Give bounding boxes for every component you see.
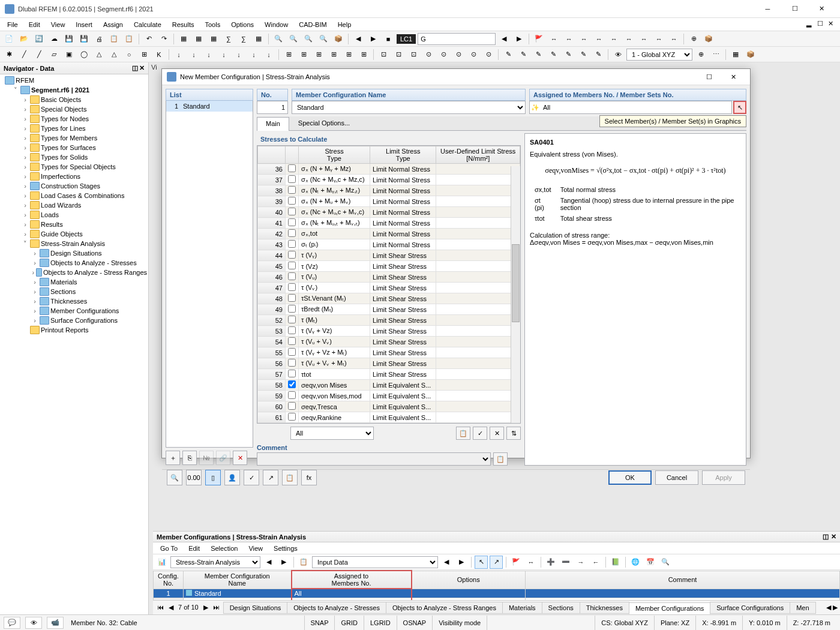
stress-checkbox[interactable] <box>288 370 296 377</box>
bp-scroll-left-icon[interactable]: ◀ <box>826 604 831 611</box>
tree-item[interactable]: ›Guide Objects <box>1 229 147 239</box>
bp-menu-goto[interactable]: Go To <box>155 544 182 553</box>
flag-icon[interactable]: 🚩 <box>532 32 545 46</box>
bp-tab[interactable]: Materials <box>502 602 542 614</box>
saveall-icon[interactable]: 💾 <box>77 32 91 46</box>
stress-row[interactable]: 42σₓ,totLimit Normal Stress <box>258 229 520 239</box>
bp-globe-icon[interactable]: 🌐 <box>629 556 642 569</box>
footer-export-icon[interactable]: ↗ <box>263 470 278 485</box>
known-icon[interactable]: K <box>152 48 166 61</box>
refresh-icon[interactable]: 🔄 <box>32 32 46 46</box>
member-icon[interactable]: ╱ <box>32 48 46 61</box>
report-icon[interactable]: 📋 <box>107 32 121 46</box>
stress-row[interactable]: 53τ (Vᵧ + Vz)Limit Shear Stress <box>258 326 520 337</box>
stress-row[interactable]: 54τ (Vᵤ + Vᵥ)Limit Shear Stress <box>258 337 520 347</box>
bp-tab[interactable]: Objects to Analyze - Stresses <box>287 602 386 614</box>
surface-icon[interactable]: ▱ <box>47 48 61 61</box>
footer-check-icon[interactable]: ✓ <box>244 470 259 485</box>
bp-dim-icon[interactable]: ↔ <box>524 556 538 569</box>
bp-add-icon[interactable]: ➕ <box>544 556 557 569</box>
render3-icon[interactable]: ▦ <box>207 32 220 46</box>
mesh5-icon[interactable]: ⊞ <box>342 48 355 61</box>
menu-edit[interactable]: Edit <box>24 20 45 29</box>
cancel-button[interactable]: Cancel <box>655 470 698 485</box>
load3-icon[interactable]: ↓ <box>202 48 215 61</box>
bp-row-1[interactable]: 1 Standard All <box>154 589 840 598</box>
bp-tab[interactable]: Sections <box>542 602 580 614</box>
edit1-icon[interactable]: ✎ <box>502 48 515 61</box>
load1-icon[interactable]: ↓ <box>172 48 185 61</box>
bp-combo1[interactable]: Stress-Strain Analysis <box>170 556 260 568</box>
mesh3-icon[interactable]: ⊞ <box>312 48 325 61</box>
sb-grid[interactable]: GRID <box>334 616 364 630</box>
dim3-icon[interactable]: ↔ <box>577 32 590 46</box>
stress-checkbox[interactable] <box>288 359 296 367</box>
stress-row[interactable]: 41σₓ (Nₜ + Mᵤ,ₜ + Mᵥ,ₜ)Limit Normal Stre… <box>258 218 520 229</box>
maximize-button[interactable]: ☐ <box>781 1 808 17</box>
tree-item[interactable]: ›Types for Special Objects <box>1 162 147 172</box>
cube2-icon[interactable]: 📦 <box>744 48 757 61</box>
footer-search-icon[interactable]: 🔍 <box>167 470 182 485</box>
stress-row[interactable]: 46τ (Vᵤ)Limit Shear Stress <box>258 272 520 283</box>
stress-checkbox[interactable] <box>288 208 296 215</box>
tree-project[interactable]: ˅Segment.rf6 | 2021 <box>1 85 147 95</box>
stress-checkbox[interactable] <box>288 305 296 313</box>
apply-button[interactable]: Apply <box>702 470 745 485</box>
stress-checkbox[interactable] <box>288 197 296 205</box>
stress-row[interactable]: 49τBredt (Mₜ)Limit Shear Stress <box>258 304 520 315</box>
line-icon[interactable]: ╱ <box>17 48 31 61</box>
bp-tab[interactable]: Men <box>790 602 815 614</box>
bp-help-icon[interactable]: 🔍 <box>659 556 672 569</box>
lc-next-icon[interactable]: ▶ <box>367 32 380 46</box>
tree-item[interactable]: ›Load Wizards <box>1 200 147 210</box>
select-graphics-button[interactable]: ↖ <box>733 101 746 114</box>
menu-file[interactable]: File <box>2 20 23 29</box>
tree-item[interactable]: ›Basic Objects <box>1 95 147 104</box>
stress-checkbox[interactable] <box>288 283 296 291</box>
dialog-maximize-button[interactable]: ☐ <box>697 69 721 85</box>
target-icon[interactable]: ⊕ <box>687 32 700 46</box>
bp-prev2-icon[interactable]: ◀ <box>440 556 453 569</box>
load5-icon[interactable]: ↓ <box>232 48 245 61</box>
hinge-icon[interactable]: ○ <box>122 48 136 61</box>
stress-checkbox[interactable] <box>288 337 296 345</box>
tree-ssa-child[interactable]: ›Surface Configurations <box>1 316 147 325</box>
stress-checkbox[interactable] <box>288 402 296 410</box>
stress-row[interactable]: 36σₓ (N + Mᵧ + Mz)Limit Normal Stress <box>258 164 520 175</box>
stress-checkbox[interactable] <box>288 380 296 388</box>
stress-checkbox[interactable] <box>288 164 296 172</box>
tree-ssa-child[interactable]: ›Objects to Analyze - Stresses <box>1 258 147 268</box>
menu-help[interactable]: Help <box>333 20 356 29</box>
tree-ssa-child[interactable]: ›Objects to Analyze - Stress Ranges <box>1 268 147 277</box>
bp-icon1[interactable]: 📊 <box>155 556 169 569</box>
navigator-tree[interactable]: RFEM ˅Segment.rf6 | 2021 ›Basic Objects›… <box>0 74 148 614</box>
stress-row[interactable]: 59σeqv,von Mises,modLimit Equivalent S..… <box>258 391 520 401</box>
sb-snap[interactable]: SNAP <box>304 616 335 630</box>
grid2-icon[interactable]: ⊡ <box>392 48 405 61</box>
support-icon[interactable]: △ <box>92 48 106 61</box>
stress-checkbox[interactable] <box>288 251 296 259</box>
stress-row[interactable]: 60σeqv,TrescaLimit Equivalent S... <box>258 401 520 412</box>
tree-item[interactable]: ›Construction Stages <box>1 181 147 191</box>
menu-view[interactable]: View <box>46 20 70 29</box>
menu-insert[interactable]: Insert <box>71 20 97 29</box>
stress-checkbox[interactable] <box>288 229 296 237</box>
nav-close-icon[interactable]: ✕ <box>139 64 145 72</box>
view-tab[interactable]: Vi <box>151 64 157 71</box>
menu-assign[interactable]: Assign <box>98 20 128 29</box>
edit7-icon[interactable]: ✎ <box>592 48 605 61</box>
footer-view-icon[interactable]: ▯ <box>205 470 221 485</box>
list-item[interactable]: 1 Standard <box>166 101 253 112</box>
bottom-table[interactable]: Config.No. Member ConfigurationName Assi… <box>153 570 840 600</box>
render2-icon[interactable]: ▦ <box>192 32 205 46</box>
bp-menu-edit[interactable]: Edit <box>184 544 205 553</box>
calc3-icon[interactable]: ▦ <box>252 32 265 46</box>
edit4-icon[interactable]: ✎ <box>547 48 560 61</box>
comment-input[interactable] <box>257 452 491 466</box>
stress-row[interactable]: 37σₓ (Nc + Mᵧ,c + Mz,c)Limit Normal Stre… <box>258 175 520 185</box>
dim9-icon[interactable]: ↔ <box>667 32 680 46</box>
tree-ssa-child[interactable]: ›Sections <box>1 287 147 296</box>
footer-fx-icon[interactable]: fx <box>301 470 317 485</box>
ok-button[interactable]: OK <box>608 470 652 485</box>
edit3-icon[interactable]: ✎ <box>532 48 545 61</box>
